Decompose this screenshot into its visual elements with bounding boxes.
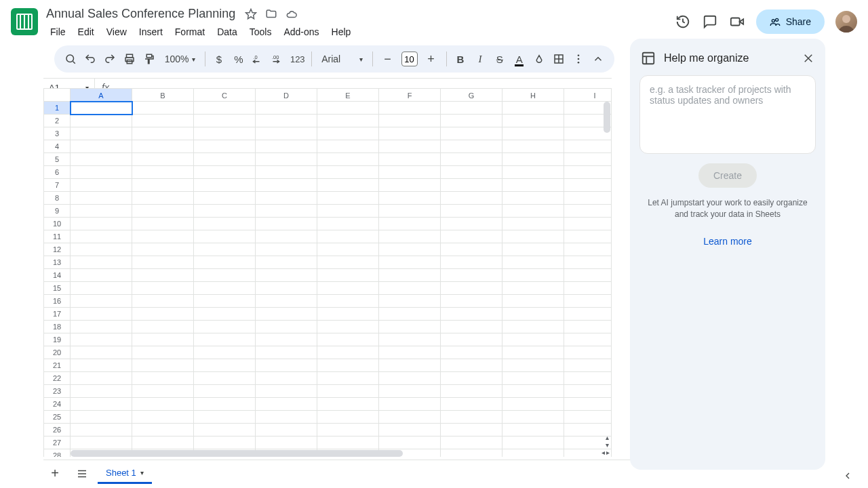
cell[interactable] xyxy=(71,424,132,436)
cell[interactable] xyxy=(256,295,317,308)
cell[interactable] xyxy=(256,192,317,205)
cell[interactable] xyxy=(71,166,132,179)
cell[interactable] xyxy=(441,372,502,385)
cell[interactable] xyxy=(502,102,564,115)
create-button[interactable]: Create xyxy=(698,163,757,188)
sheet-tab-active[interactable]: Sheet 1 ▾ xyxy=(98,464,152,484)
cell[interactable] xyxy=(194,372,256,385)
cell[interactable] xyxy=(502,333,564,346)
cell[interactable] xyxy=(379,424,441,436)
row-header[interactable]: 24 xyxy=(43,398,71,411)
organize-prompt-input[interactable] xyxy=(650,84,806,142)
select-all-corner[interactable] xyxy=(43,88,71,102)
menu-edit[interactable]: Edit xyxy=(73,24,100,40)
cell[interactable] xyxy=(441,436,502,449)
cell[interactable] xyxy=(194,218,256,230)
account-avatar[interactable] xyxy=(835,11,857,33)
cell[interactable] xyxy=(256,321,317,333)
document-title[interactable]: Annual Sales Conference Planning xyxy=(45,5,237,22)
cell[interactable] xyxy=(317,436,379,449)
cell[interactable] xyxy=(132,282,194,295)
cell[interactable] xyxy=(71,346,132,359)
cell[interactable] xyxy=(317,295,379,308)
column-header[interactable]: D xyxy=(256,88,317,102)
cell[interactable] xyxy=(194,153,256,166)
zoom-select[interactable]: 100% ▾ xyxy=(161,54,199,64)
row-header[interactable]: 9 xyxy=(43,205,71,218)
scroll-up-icon[interactable]: ▴ xyxy=(606,434,609,441)
cell[interactable] xyxy=(194,385,256,398)
cell[interactable] xyxy=(317,166,379,179)
cell[interactable] xyxy=(502,372,564,385)
cell[interactable] xyxy=(194,115,256,127)
cell[interactable] xyxy=(132,192,194,205)
scroll-down-icon[interactable]: ▾ xyxy=(606,441,609,449)
row-header[interactable]: 26 xyxy=(43,424,71,436)
cell[interactable] xyxy=(71,411,132,424)
cell[interactable] xyxy=(132,256,194,269)
cell[interactable] xyxy=(441,321,502,333)
cell[interactable] xyxy=(441,179,502,192)
cell[interactable] xyxy=(256,153,317,166)
cell[interactable] xyxy=(132,295,194,308)
cell[interactable] xyxy=(379,102,441,115)
meet-video-icon[interactable] xyxy=(729,14,745,30)
cell[interactable] xyxy=(132,179,194,192)
cell[interactable] xyxy=(71,192,132,205)
row-header[interactable]: 21 xyxy=(43,359,71,372)
cell[interactable] xyxy=(379,308,441,321)
row-header[interactable]: 25 xyxy=(43,411,71,424)
cell[interactable] xyxy=(502,153,564,166)
cell[interactable] xyxy=(256,115,317,127)
cell[interactable] xyxy=(441,102,502,115)
cell[interactable] xyxy=(256,102,317,115)
column-header[interactable]: C xyxy=(194,88,256,102)
decrease-font-icon[interactable]: − xyxy=(378,49,397,68)
cell[interactable] xyxy=(502,346,564,359)
cell[interactable] xyxy=(71,127,132,140)
star-icon[interactable] xyxy=(245,8,257,20)
cell[interactable] xyxy=(441,115,502,127)
cell[interactable] xyxy=(317,218,379,230)
cell[interactable] xyxy=(71,436,132,449)
cell[interactable] xyxy=(379,269,441,282)
menu-insert[interactable]: Insert xyxy=(134,24,168,40)
cell[interactable] xyxy=(317,269,379,282)
cell[interactable] xyxy=(317,411,379,424)
cell[interactable] xyxy=(317,256,379,269)
cell[interactable] xyxy=(441,282,502,295)
cell[interactable] xyxy=(256,308,317,321)
row-header[interactable]: 10 xyxy=(43,218,71,230)
collapse-toolbar-icon[interactable] xyxy=(589,49,606,68)
cell[interactable] xyxy=(194,269,256,282)
cell[interactable] xyxy=(379,385,441,398)
cell[interactable] xyxy=(379,398,441,411)
cell[interactable] xyxy=(441,127,502,140)
cell[interactable] xyxy=(379,153,441,166)
row-header[interactable]: 5 xyxy=(43,153,71,166)
cell[interactable] xyxy=(379,436,441,449)
cell[interactable] xyxy=(317,243,379,256)
cell[interactable] xyxy=(194,140,256,153)
cell[interactable] xyxy=(132,333,194,346)
cell[interactable] xyxy=(132,230,194,243)
cell[interactable] xyxy=(194,321,256,333)
cell[interactable] xyxy=(256,359,317,372)
cell[interactable] xyxy=(441,295,502,308)
cell[interactable] xyxy=(441,153,502,166)
menu-data[interactable]: Data xyxy=(212,24,243,40)
more-toolbar-icon[interactable] xyxy=(570,49,587,68)
cell[interactable] xyxy=(256,333,317,346)
cell[interactable] xyxy=(256,230,317,243)
cell[interactable] xyxy=(317,321,379,333)
column-header[interactable]: I xyxy=(564,88,612,102)
cell[interactable] xyxy=(317,205,379,218)
cell[interactable] xyxy=(379,282,441,295)
menu-tools[interactable]: Tools xyxy=(244,24,277,40)
cell[interactable] xyxy=(132,102,194,115)
cell[interactable] xyxy=(194,346,256,359)
menu-view[interactable]: View xyxy=(101,24,132,40)
cell[interactable] xyxy=(256,243,317,256)
cell[interactable] xyxy=(317,179,379,192)
all-sheets-icon[interactable] xyxy=(71,462,94,485)
